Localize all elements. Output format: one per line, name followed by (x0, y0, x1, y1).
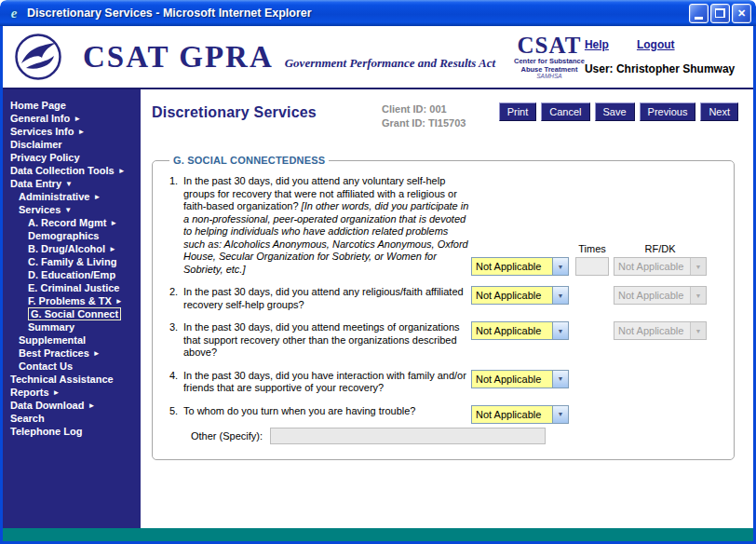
q3-response-select[interactable]: Not Applicable ▼ (471, 321, 569, 340)
sidebar-item-data-entry[interactable]: Data Entry▼ (3, 177, 141, 190)
sidebar-item-label: Services Info (10, 126, 74, 137)
question-5-row: 5. To whom do you turn when you are havi… (169, 405, 722, 424)
sidebar-item-label: Reports (10, 387, 49, 398)
question-5-controls: Not Applicable ▼ (471, 405, 569, 424)
question-2-row: 2. In the past 30 days, did you attend a… (169, 286, 722, 311)
sidebar-item-label: General Info (10, 113, 70, 124)
question-text: In the past 30 days, did you attend any … (183, 286, 469, 311)
sidebar-item-b-drug-alcohol[interactable]: B. Drug/Alcohol► (3, 242, 141, 255)
question-3-text: 3. In the past 30 days, did you attend m… (169, 321, 469, 360)
save-button[interactable]: Save (595, 102, 635, 121)
footer-bar (3, 528, 753, 541)
question-4-controls: Not Applicable ▼ (471, 370, 569, 395)
q1-response-value: Not Applicable (472, 258, 552, 275)
q1-times-input (575, 257, 609, 276)
sidebar-item-d-education-emp[interactable]: D. Education/Emp (3, 268, 141, 281)
minimize-button[interactable] (689, 4, 709, 23)
sidebar-item-label: Search (10, 413, 45, 424)
content-header: Discretionary Services Client ID: 001 Gr… (152, 102, 738, 130)
sidebar-item-label: Telephone Log (10, 426, 82, 437)
question-5-text: 5. To whom do you turn when you are havi… (169, 405, 469, 424)
previous-button[interactable]: Previous (640, 102, 696, 121)
chevron-down-icon: ▼ (64, 206, 72, 214)
sidebar-item-technical-assistance[interactable]: Technical Assistance (3, 373, 141, 386)
q1-response-select[interactable]: Not Applicable ▼ (471, 257, 569, 276)
csat-logo-org: SAMHSA (514, 74, 585, 80)
internet-explorer-icon: e (7, 6, 21, 20)
sidebar-item-label: Contact Us (19, 360, 73, 372)
question-2-controls: Not Applicable ▼ Not Applicable ▼ (471, 286, 707, 311)
sidebar-item-telephone-log[interactable]: Telephone Log (3, 425, 141, 438)
sidebar-item-general-info[interactable]: General Info► (3, 112, 141, 125)
title-bar[interactable]: e Discretionary Services - Microsoft Int… (0, 0, 756, 26)
sidebar-item-best-practices[interactable]: Best Practices► (3, 347, 141, 360)
sidebar-item-label: B. Drug/Alcohol (28, 243, 105, 254)
close-button[interactable]: ✕ (732, 4, 751, 23)
sidebar-item-label: Best Practices (19, 347, 89, 359)
question-1-text: 1. In the past 30 days, did you attend a… (169, 175, 469, 276)
sidebar-item-demographics[interactable]: Demographics (3, 229, 141, 242)
sidebar-item-a-record-mgmt[interactable]: A. Record Mgmt► (3, 216, 141, 229)
chevron-down-icon: ▼ (552, 371, 568, 388)
sidebar-item-privacy-policy[interactable]: Privacy Policy (3, 151, 141, 164)
cancel-button[interactable]: Cancel (541, 102, 589, 121)
close-icon: ✕ (737, 8, 746, 19)
logout-link[interactable]: Logout (637, 38, 675, 51)
other-specify-label: Other (Specify): (191, 430, 263, 442)
print-button[interactable]: Print (499, 102, 537, 121)
rfdk-column-header: RF/DK (614, 243, 707, 254)
sidebar-item-g-social-connect[interactable]: G. Social Connect (3, 307, 141, 320)
sidebar-item-home-page[interactable]: Home Page (3, 99, 141, 112)
q2-rfdk-select: Not Applicable ▼ (614, 286, 707, 305)
sidebar-item-services-info[interactable]: Services Info► (3, 125, 141, 138)
next-button[interactable]: Next (700, 102, 738, 121)
sidebar: Home PageGeneral Info►Services Info►Disc… (3, 89, 141, 528)
sidebar-item-data-collection-tools[interactable]: Data Collection Tools► (3, 164, 141, 177)
sidebar-item-c-family-living[interactable]: C. Family & Living (3, 255, 141, 268)
chevron-right-icon: ► (93, 349, 101, 358)
sidebar-item-label: Supplemental (19, 334, 86, 346)
brand-title: CSAT GPRA (83, 40, 274, 75)
sidebar-item-administrative[interactable]: Administrative► (3, 190, 141, 203)
chevron-right-icon: ► (118, 167, 126, 175)
sidebar-item-services[interactable]: Services▼ (3, 203, 141, 216)
chevron-down-icon: ▼ (552, 322, 568, 339)
question-3-row: 3. In the past 30 days, did you attend m… (169, 321, 722, 360)
sidebar-item-label: F. Problems & TX (28, 295, 112, 306)
times-column-header: Times (575, 243, 609, 254)
question-3-controls: Not Applicable ▼ Not Applicable ▼ (471, 321, 707, 360)
question-text: In the past 30 days, did you attend meet… (183, 321, 469, 360)
q2-response-select[interactable]: Not Applicable ▼ (471, 286, 569, 305)
q1-rfdk-select: Not Applicable ▼ (614, 257, 707, 276)
chevron-right-icon: ► (110, 219, 117, 227)
help-link[interactable]: Help (585, 38, 609, 51)
fieldset-legend: G. SOCIAL CONNECTEDNESS (169, 155, 329, 166)
sidebar-item-label: E. Criminal Justice (28, 282, 119, 293)
sidebar-item-supplemental[interactable]: Supplemental (3, 333, 141, 347)
sidebar-item-summary[interactable]: Summary (3, 320, 141, 333)
sidebar-item-contact-us[interactable]: Contact Us (3, 360, 141, 373)
window-title: Discretionary Services - Microsoft Inter… (27, 7, 683, 20)
question-number: 3. (169, 321, 183, 360)
q4-response-select[interactable]: Not Applicable ▼ (471, 370, 569, 388)
chevron-right-icon: ► (74, 115, 81, 123)
chevron-right-icon: ► (53, 388, 61, 397)
sidebar-item-label: Privacy Policy (10, 152, 80, 163)
q5-response-select[interactable]: Not Applicable ▼ (471, 405, 569, 424)
sidebar-item-data-download[interactable]: Data Download► (3, 399, 141, 412)
grant-id: Grant ID: TI15703 (382, 116, 466, 130)
sidebar-item-f-problems-tx[interactable]: F. Problems & TX► (3, 294, 141, 307)
column-headers: Times RF/DK (471, 243, 707, 254)
q3-rfdk-value: Not Applicable (614, 322, 690, 339)
toolbar: Print Cancel Save Previous Next (499, 102, 738, 121)
chevron-down-icon: ▼ (552, 258, 568, 275)
sidebar-item-search[interactable]: Search (3, 412, 141, 425)
grant-id-label: Grant ID: (382, 117, 425, 129)
restore-button[interactable] (710, 4, 730, 23)
sidebar-item-label: Technical Assistance (10, 374, 114, 385)
sidebar-item-disclaimer[interactable]: Disclaimer (3, 138, 141, 151)
sidebar-item-e-criminal-justice[interactable]: E. Criminal Justice (3, 281, 141, 294)
question-text: To whom do you turn when you are having … (183, 405, 469, 424)
chevron-right-icon: ► (77, 128, 85, 136)
sidebar-item-reports[interactable]: Reports► (3, 386, 141, 399)
